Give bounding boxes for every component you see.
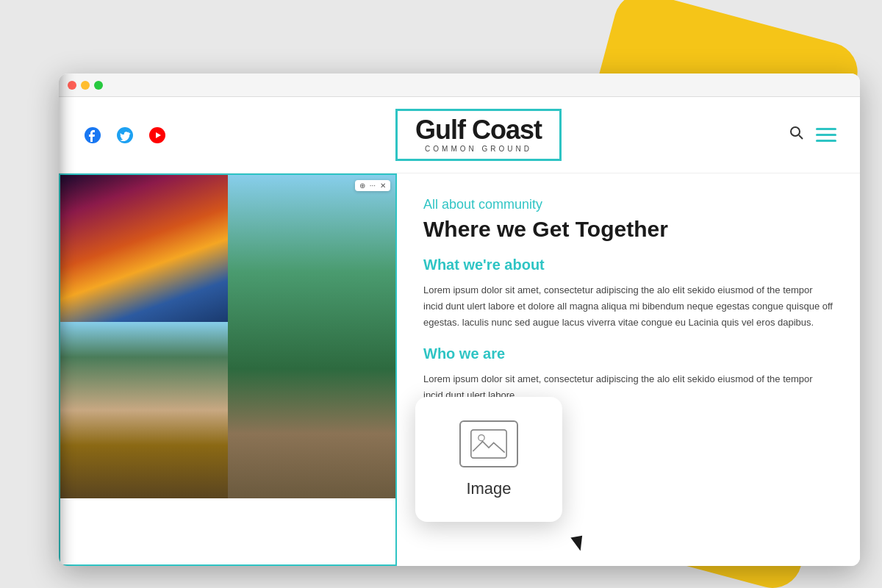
site-body: ⊕ ··· ✕ All about community Where we Get… [59,173,860,566]
youtube-icon[interactable] [147,125,168,146]
social-icons [82,125,168,146]
website-preview: Gulf Coast COMMON GROUND [59,97,860,566]
facebook-icon[interactable] [82,125,103,146]
logo-box: Gulf Coast COMMON GROUND [395,109,562,161]
hamburger-menu-button[interactable] [816,128,836,142]
boardwalk-image: ⊕ ··· ✕ [228,175,395,498]
browser-dot-yellow[interactable] [81,81,90,90]
mouse-cursor [570,536,584,552]
image-tooltip-icon-box [459,420,518,467]
browser-header [59,74,860,97]
sunset-image [60,175,228,322]
section1-title: What we're about [423,257,833,273]
browser-dot-green[interactable] [94,81,103,90]
image-tooltip-label: Image [466,479,511,498]
logo-title: Gulf Coast [415,117,542,143]
twitter-icon[interactable] [115,125,135,146]
browser-dot-red[interactable] [68,81,76,90]
browser-window: elementor ELEMENTS GLOBAL SHAREFAITH ▾ [59,74,860,566]
svg-point-26 [478,435,484,441]
logo-subtitle: COMMON GROUND [415,145,542,153]
svg-point-23 [791,127,800,136]
browser-content: elementor ELEMENTS GLOBAL SHAREFAITH ▾ [59,97,860,566]
svg-line-24 [799,135,803,139]
site-header: Gulf Coast COMMON GROUND [59,97,860,173]
crowd-image [60,322,228,498]
logo-area: Gulf Coast COMMON GROUND [395,109,562,161]
section2-title: Who we are [423,345,833,362]
header-right [789,126,836,144]
main-heading: Where we Get Together [423,217,833,242]
section1-body: Lorem ipsum dolor sit amet, consectetur … [423,282,833,331]
svg-rect-25 [471,430,506,458]
images-grid: ⊕ ··· ✕ [59,173,397,566]
tag-line: All about community [423,197,833,212]
image-drag-tooltip: Image [415,397,562,522]
search-button[interactable] [789,126,804,144]
mountain-landscape-icon [470,429,507,459]
